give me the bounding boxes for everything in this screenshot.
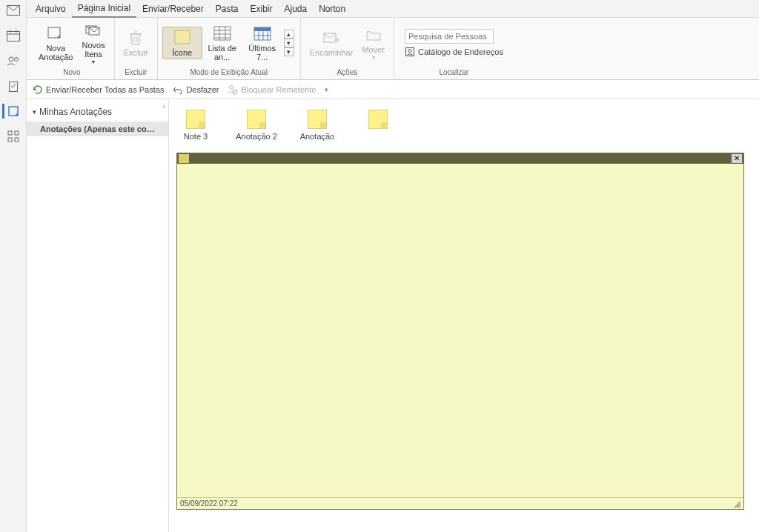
svg-rect-1 [7, 32, 19, 41]
view-gallery-down[interactable]: ▾ [284, 39, 294, 47]
menu-exibir[interactable]: Exibir [244, 1, 278, 17]
encaminhar-button: Encaminhar [305, 27, 358, 59]
address-book-icon [405, 47, 415, 57]
calendar-icon[interactable] [4, 28, 22, 43]
nav-header[interactable]: ▾ Minhas Anotações [27, 102, 168, 122]
undo-icon [173, 85, 183, 94]
forward-icon [321, 29, 342, 47]
content-pane: Note 3 Anotação 2 Anotação ✕ 05/09/ [169, 99, 759, 532]
svg-rect-11 [8, 138, 12, 142]
close-icon[interactable]: ✕ [732, 154, 742, 163]
mover-label: Mover [362, 45, 385, 54]
note-item[interactable]: Anotação [298, 110, 337, 141]
menu-pasta[interactable]: Pasta [210, 1, 245, 17]
sticky-note-icon [308, 110, 327, 129]
sticky-menu-icon[interactable] [179, 154, 189, 163]
sticky-footer: 05/09/2022 07:22 [177, 497, 743, 509]
sticky-timestamp: 05/09/2022 07:22 [180, 499, 238, 508]
menu-pagina-inicial[interactable]: Página Inicial [72, 0, 136, 18]
svg-point-36 [230, 85, 233, 89]
ribbon-group-modo: Ícone Lista de an... Últimos 7... ▴ ▾ ▾ … [158, 18, 301, 79]
svg-rect-28 [254, 27, 271, 31]
svg-rect-12 [15, 138, 19, 142]
svg-point-5 [9, 57, 13, 61]
view-list-icon [212, 24, 233, 42]
view-calendar-icon [252, 24, 273, 42]
view-gallery-controls: ▴ ▾ ▾ [282, 27, 296, 59]
tasks-icon[interactable] [4, 79, 22, 93]
qa-more-button[interactable]: ▾ [325, 86, 328, 93]
chevron-down-icon: ▾ [92, 59, 95, 65]
body-area: ‹ ▾ Minhas Anotações Anotações (Apenas e… [0, 99, 759, 532]
left-rail [0, 0, 27, 532]
nav-collapse-button[interactable]: ‹ [163, 102, 165, 110]
nav-pane: ‹ ▾ Minhas Anotações Anotações (Apenas e… [27, 99, 169, 532]
note-label: Anotação 2 [236, 132, 277, 141]
ribbon-group-localizar-label: Localizar [399, 67, 509, 78]
undo-button[interactable]: Desfazer [173, 85, 219, 94]
people-search-input[interactable] [405, 29, 494, 44]
menu-enviar-receber[interactable]: Enviar/Receber [136, 1, 210, 17]
excluir-button: Excluir [119, 27, 153, 59]
ribbon-group-acoes: Encaminhar Mover ▾ Ações [301, 18, 394, 79]
block-sender-button: Bloquear Remetente [228, 84, 316, 95]
view-icone-label: Ícone [172, 48, 192, 57]
send-receive-all-label: Enviar/Receber Todas as Pastas [46, 85, 164, 94]
ribbon-group-excluir: Excluir Excluir [115, 18, 158, 79]
view-icone-button[interactable]: Ícone [162, 27, 202, 59]
menu-norton[interactable]: Norton [313, 1, 351, 17]
ribbon-group-modo-label: Modo de Exibição Atual [162, 67, 296, 78]
svg-point-35 [408, 50, 411, 53]
svg-line-38 [233, 90, 236, 93]
svg-rect-13 [48, 27, 60, 38]
novos-itens-button[interactable]: Novos Itens ▾ [77, 20, 109, 67]
svg-point-6 [14, 58, 18, 61]
svg-rect-9 [8, 131, 12, 135]
more-apps-icon[interactable] [4, 129, 22, 144]
sticky-note-icon [368, 110, 388, 129]
note-item[interactable]: Note 3 [176, 110, 215, 141]
chevron-down-icon: ▾ [33, 108, 36, 116]
novos-itens-label: Novos Itens [82, 41, 105, 59]
view-icon-icon [172, 29, 193, 47]
nav-folder-anotacoes[interactable]: Anotações (Apenas este computa... [27, 122, 168, 136]
note-label: Anotação [300, 132, 334, 141]
sticky-title-bar[interactable]: ✕ [177, 153, 743, 164]
sticky-note-window: ✕ 05/09/2022 07:22 [176, 153, 744, 510]
ribbon-group-localizar: Catálogo de Endereços Localizar [394, 18, 514, 79]
quick-access-bar: Enviar/Receber Todas as Pastas Desfazer … [0, 80, 759, 99]
encaminhar-label: Encaminhar [310, 48, 354, 57]
nav-header-label: Minhas Anotações [39, 107, 112, 117]
note-item[interactable] [359, 110, 397, 141]
send-receive-all-button[interactable]: Enviar/Receber Todas as Pastas [33, 84, 164, 95]
new-items-icon [83, 21, 104, 39]
resize-grip[interactable] [733, 500, 740, 508]
chevron-down-icon: ▾ [372, 54, 375, 61]
address-book-label: Catálogo de Endereços [418, 47, 503, 56]
note-item[interactable]: Anotação 2 [237, 110, 276, 141]
notes-row: Note 3 Anotação 2 Anotação [169, 99, 759, 147]
block-icon [228, 84, 238, 95]
notes-icon[interactable] [2, 104, 20, 119]
menu-bar: Arquivo Página Inicial Enviar/Receber Pa… [0, 0, 759, 18]
trash-icon [125, 29, 146, 47]
ribbon-group-acoes-label: Ações [305, 67, 389, 78]
menu-ajuda[interactable]: Ajuda [279, 1, 314, 17]
view-lista-button[interactable]: Lista de an... [202, 23, 242, 63]
nova-anotacao-button[interactable]: Nova Anotação [34, 23, 77, 63]
view-ultimos-button[interactable]: Últimos 7... [242, 23, 282, 63]
move-icon [363, 26, 384, 44]
ribbon: Nova Anotação Novos Itens ▾ Novo Excluir… [0, 18, 759, 80]
sync-icon [33, 84, 43, 95]
address-book-button[interactable]: Catálogo de Endereços [405, 47, 503, 57]
people-icon[interactable] [4, 53, 22, 68]
view-gallery-up[interactable]: ▴ [284, 30, 294, 39]
view-gallery-more[interactable]: ▾ [284, 47, 294, 56]
mail-icon[interactable] [4, 3, 22, 18]
menu-arquivo[interactable]: Arquivo [30, 1, 72, 17]
nova-anotacao-label: Nova Anotação [39, 44, 73, 61]
excluir-label: Excluir [124, 48, 148, 57]
sticky-body[interactable] [177, 164, 743, 497]
sticky-note-icon [186, 110, 205, 129]
ribbon-group-excluir-label: Excluir [119, 67, 153, 78]
